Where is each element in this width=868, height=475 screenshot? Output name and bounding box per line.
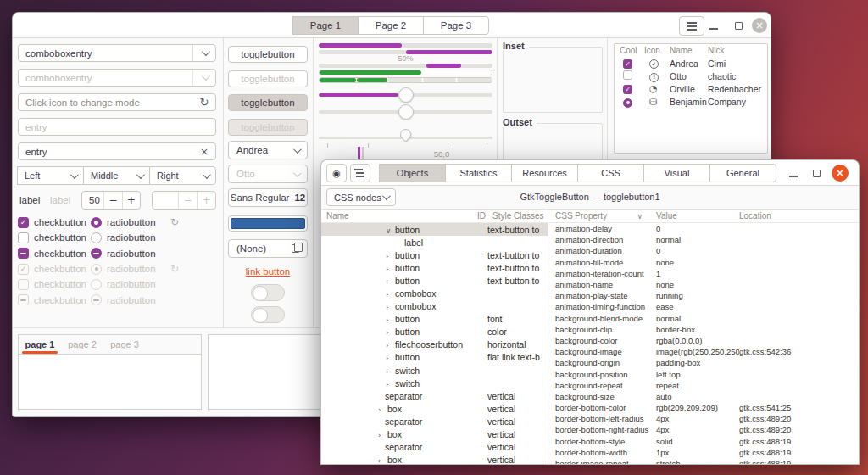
togglebutton[interactable]: togglebutton	[228, 94, 308, 111]
minimize-button[interactable]	[709, 28, 718, 30]
expander-icon[interactable]: ›	[378, 405, 387, 414]
togglebutton[interactable]: togglebutton	[228, 70, 308, 87]
column-header-name[interactable]: Name	[668, 46, 708, 55]
css-property-row[interactable]: animation-duration 0	[548, 245, 859, 256]
node-tree-row[interactable]: ›combobox	[321, 287, 548, 299]
css-property-row[interactable]: border-bottom-color rgb(209,209,209) gtk…	[548, 402, 859, 413]
mode-entry-input[interactable]	[19, 98, 193, 108]
checkbox[interactable]	[18, 279, 29, 290]
node-tree-row[interactable]: separator vertical	[321, 441, 548, 454]
inspector-headerbar[interactable]: ◉ Objects Statistics Resources CSS Visua…	[321, 160, 859, 186]
entry-input[interactable]	[19, 147, 193, 157]
menu-button[interactable]	[679, 16, 704, 36]
link-button[interactable]: link button	[228, 266, 308, 277]
column-header-id[interactable]: ID	[472, 211, 487, 221]
color-button[interactable]	[228, 215, 308, 232]
expander-icon[interactable]: ›	[386, 316, 395, 324]
minimize-button[interactable]	[789, 176, 798, 177]
radiobutton[interactable]	[91, 217, 102, 228]
radiobutton[interactable]	[91, 248, 102, 259]
node-tree-row[interactable]: ›button flat link text-b	[321, 351, 548, 364]
combobox[interactable]: Andrea	[228, 141, 308, 159]
inspector-tab[interactable]: General	[709, 164, 776, 182]
node-tree-row[interactable]: ›button text-button to	[321, 274, 548, 287]
css-property-row[interactable]: animation-name none	[548, 279, 859, 290]
page-tab[interactable]: Page 1	[292, 16, 359, 35]
slider-handle[interactable]	[398, 87, 414, 103]
notebook-tab[interactable]: page 2	[61, 335, 103, 354]
filechooser-button[interactable]: (None)	[228, 239, 308, 258]
column-header-css-property[interactable]: CSS Property	[555, 211, 607, 221]
table-row[interactable]: ! Otto chaotic	[615, 70, 767, 82]
node-tree-row[interactable]: ›button color	[321, 326, 548, 338]
togglebutton[interactable]: togglebutton	[228, 46, 308, 63]
node-tree-row[interactable]: ∨button text-button to	[321, 223, 548, 236]
node-tree-row[interactable]: ›button text-button to	[321, 261, 548, 274]
expander-icon[interactable]: ›	[386, 354, 395, 362]
node-tree-row[interactable]: separator vertical	[321, 389, 548, 402]
css-property-row[interactable]: animation-delay 0	[548, 223, 859, 234]
radiobutton[interactable]	[91, 294, 102, 305]
expander-icon[interactable]: ∨	[386, 226, 395, 235]
node-tree-row[interactable]: ›button font	[321, 313, 548, 326]
css-property-row[interactable]: border-bottom-style solid gtk.css:488:19	[548, 436, 859, 447]
expander-icon[interactable]: ›	[378, 431, 387, 439]
togglebutton[interactable]: togglebutton	[228, 119, 308, 136]
checkbox[interactable]	[18, 248, 29, 259]
node-tree-row[interactable]: ›switch	[321, 364, 548, 377]
radiobutton[interactable]	[91, 232, 102, 243]
checkbox[interactable]	[18, 294, 29, 305]
css-property-row[interactable]: border-bottom-width 1px gtk.css:488:19	[548, 447, 859, 458]
inspector-tab[interactable]: Statistics	[445, 164, 512, 182]
css-properties-header[interactable]: CSS Property ∨ Value Location	[548, 210, 859, 223]
expander-icon[interactable]: ›	[386, 265, 395, 273]
close-button[interactable]: ×	[752, 18, 767, 33]
expander-icon[interactable]: ›	[386, 303, 395, 311]
position-combobox[interactable]: Middle	[83, 166, 150, 185]
css-property-row[interactable]: animation-iteration-count 1	[548, 268, 859, 279]
page-tab[interactable]: Page 3	[423, 16, 489, 35]
radiobutton[interactable]	[91, 279, 102, 290]
node-tree-row[interactable]: ›filechooserbutton horizontal	[321, 338, 548, 351]
node-tree-row[interactable]: ›box vertical	[321, 428, 548, 441]
expander-icon[interactable]: ›	[378, 456, 387, 464]
spin-minus-button[interactable]: −	[103, 192, 121, 209]
node-tree-row[interactable]: ›button text-button to	[321, 249, 548, 261]
cool-checkbox[interactable]	[623, 59, 632, 69]
spin-plus-button[interactable]: +	[122, 192, 140, 209]
css-property-row[interactable]: animation-timing-function ease	[548, 301, 859, 312]
css-property-row[interactable]: background-clip border-box	[548, 324, 859, 335]
node-tree-row[interactable]: ›box vertical	[321, 402, 548, 415]
css-property-row[interactable]: animation-fill-mode none	[548, 257, 859, 268]
expander-icon[interactable]: ›	[386, 252, 395, 260]
expander-icon[interactable]: ›	[386, 380, 395, 388]
column-header-style-classes[interactable]: Style Classes	[487, 211, 548, 221]
expander-icon[interactable]: ›	[386, 328, 395, 337]
cool-checkbox[interactable]	[623, 98, 632, 108]
css-property-row[interactable]: animation-direction normal	[548, 234, 859, 245]
column-header-location[interactable]: Location	[739, 211, 859, 221]
node-tree-header[interactable]: Name ID Style Classes	[321, 210, 548, 223]
spin-value[interactable]: 50	[82, 192, 103, 209]
css-property-row[interactable]: border-bottom-left-radius 4px gtk.css:48…	[548, 413, 859, 424]
scale-plain[interactable]	[319, 103, 492, 120]
table-row[interactable]: ◔ Orville Redenbacher	[615, 82, 767, 95]
column-header-value[interactable]: Value	[649, 211, 739, 221]
switch[interactable]	[251, 284, 285, 301]
radiobutton[interactable]	[91, 264, 102, 275]
close-button[interactable]: ×	[832, 165, 849, 182]
position-combobox[interactable]: Right	[149, 166, 216, 185]
node-tree-row[interactable]: label	[321, 236, 548, 249]
treeview-header[interactable]: Cool Icon Name Nick	[615, 44, 767, 57]
position-combobox[interactable]: Left	[17, 166, 84, 185]
comboboxentry-input[interactable]	[19, 48, 192, 59]
inspector-tab[interactable]: CSS	[577, 164, 644, 182]
node-tree-row[interactable]: separator vertical	[321, 415, 548, 428]
expander-icon[interactable]: ›	[386, 367, 395, 376]
node-tree-row[interactable]: ›combobox	[321, 300, 548, 313]
slider-marker-handle[interactable]	[398, 126, 413, 142]
node-tree-row[interactable]: ›switch	[321, 377, 548, 389]
comboboxentry[interactable]	[18, 44, 216, 62]
css-property-row[interactable]: border-bottom-right-radius 4px gtk.css:4…	[548, 424, 859, 435]
expander-icon[interactable]: ›	[386, 290, 395, 299]
